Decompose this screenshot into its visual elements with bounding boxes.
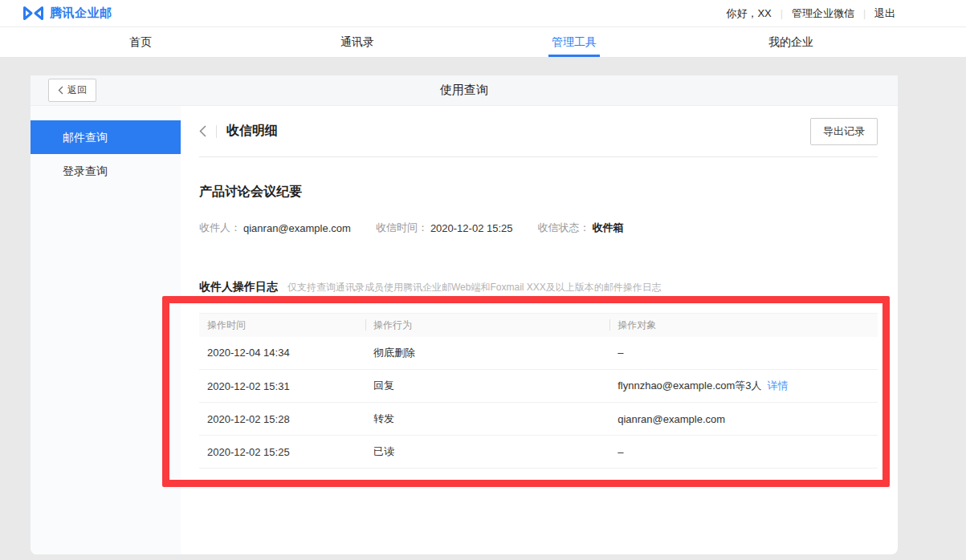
page-title: 使用查询: [440, 83, 488, 98]
recipient-value: qianran@example.com: [243, 222, 351, 234]
column-header-time: 操作时间: [199, 314, 365, 337]
content: 收信明细 导出记录 产品讨论会议纪要 收件人： qianran@example.…: [181, 106, 898, 554]
back-chevron-icon[interactable]: [199, 125, 206, 137]
cell-action: 已读: [365, 436, 609, 469]
cell-action: 回复: [365, 370, 609, 403]
tab-home[interactable]: 首页: [32, 27, 249, 57]
cell-target: flynnzhao@example.com等3人详情: [609, 370, 878, 403]
table-row: 2020-12-02 15:25已读–: [199, 436, 878, 469]
export-records-button[interactable]: 导出记录: [810, 118, 878, 145]
content-header: 收信明细 导出记录: [199, 106, 878, 157]
cell-time: 2020-12-02 15:31: [199, 370, 365, 403]
tab-contacts[interactable]: 通讯录: [249, 27, 466, 57]
cell-target: –: [609, 436, 878, 469]
cell-time: 2020-12-02 15:25: [199, 436, 365, 469]
column-header-target: 操作对象: [609, 314, 878, 337]
detail-link[interactable]: 详情: [768, 379, 789, 392]
logout-link[interactable]: 退出: [874, 6, 895, 21]
receive-status-group: 收信状态： 收件箱: [538, 221, 624, 235]
log-header: 收件人操作日志 仅支持查询通讯录成员使用腾讯企业邮Web端和Foxmail XX…: [199, 280, 878, 294]
user-greeting: 你好，XX: [726, 6, 771, 21]
operation-log-table: 操作时间 操作行为 操作对象 2020-12-04 14:34彻底删除–2020…: [199, 313, 878, 469]
receive-time-label: 收信时间：: [376, 221, 428, 235]
divider: |: [781, 8, 783, 19]
receive-time-group: 收信时间： 2020-12-02 15:25: [376, 221, 513, 235]
manage-wecom-link[interactable]: 管理企业微信: [792, 6, 854, 21]
table-row: 2020-12-02 15:28转发qianran@example.com: [199, 403, 878, 436]
receive-status-label: 收信状态：: [538, 221, 590, 235]
card-body: 邮件查询 登录查询 收信明细 导出记录 产品讨论会议纪要 收件人： qianra…: [31, 106, 898, 554]
back-button[interactable]: 返回: [48, 79, 96, 102]
recipient-group: 收件人： qianran@example.com: [199, 221, 351, 235]
receive-time-value: 2020-12-02 15:25: [430, 222, 513, 234]
log-hint: 仅支持查询通讯录成员使用腾讯企业邮Web端和Foxmail XXX及以上版本的邮…: [287, 281, 662, 294]
sidebar: 邮件查询 登录查询: [31, 106, 181, 554]
log-title: 收件人操作日志: [199, 280, 278, 294]
tab-admin-tools[interactable]: 管理工具: [466, 27, 683, 57]
mail-subject: 产品讨论会议纪要: [199, 184, 878, 201]
sidebar-item-mail-query[interactable]: 邮件查询: [31, 120, 181, 154]
main-nav: 首页 通讯录 管理工具 我的企业: [0, 27, 966, 58]
cell-time: 2020-12-02 15:28: [199, 403, 365, 436]
exmail-logo-icon: [22, 6, 44, 21]
table-row: 2020-12-02 15:31回复flynnzhao@example.com等…: [199, 370, 878, 403]
receive-status-value: 收件箱: [593, 221, 624, 235]
divider: |: [863, 8, 866, 19]
table-row: 2020-12-04 14:34彻底删除–: [199, 337, 878, 370]
content-title: 收信明细: [226, 123, 278, 140]
chevron-left-icon: [58, 86, 63, 95]
cell-target: –: [609, 337, 878, 370]
main-card: 返回 使用查询 邮件查询 登录查询 收信明细 导出记录 产品讨论会议纪要: [31, 75, 898, 554]
brand-name: 腾讯企业邮: [50, 6, 112, 21]
table-head: 操作时间 操作行为 操作对象: [199, 314, 878, 337]
cell-target: qianran@example.com: [609, 403, 878, 436]
topbar: 腾讯企业邮 你好，XX | 管理企业微信 | 退出: [0, 0, 966, 27]
tab-my-company[interactable]: 我的企业: [683, 27, 899, 57]
topbar-right: 你好，XX | 管理企业微信 | 退出: [726, 6, 895, 21]
mail-meta: 收件人： qianran@example.com 收信时间： 2020-12-0…: [199, 221, 878, 235]
brand[interactable]: 腾讯企业邮: [22, 6, 112, 21]
divider: [216, 125, 217, 138]
card-header: 返回 使用查询: [31, 75, 898, 106]
cell-time: 2020-12-04 14:34: [199, 337, 365, 370]
cell-action: 转发: [365, 403, 609, 436]
column-header-action: 操作行为: [365, 314, 609, 337]
back-label: 返回: [67, 83, 87, 97]
log-table-body: 2020-12-04 14:34彻底删除–2020-12-02 15:31回复f…: [199, 337, 878, 469]
recipient-label: 收件人：: [199, 221, 241, 235]
sidebar-item-login-query[interactable]: 登录查询: [31, 154, 181, 188]
cell-action: 彻底删除: [365, 337, 609, 370]
